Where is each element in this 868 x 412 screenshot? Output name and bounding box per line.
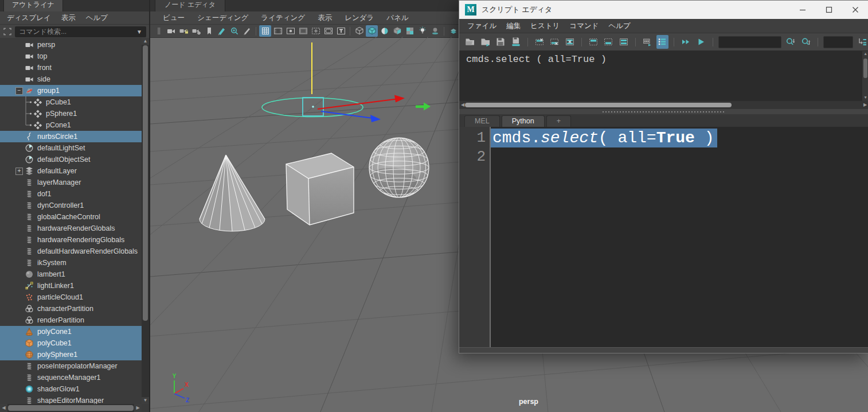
script-editor-menu-ファイル[interactable]: ファイル — [467, 21, 496, 31]
outliner-item-pSphere1[interactable]: pSphere1 — [0, 108, 142, 119]
tab-node-editor[interactable]: ノード エディタ — [155, 0, 225, 11]
script-editor-menu-編集[interactable]: 編集 — [506, 21, 521, 31]
echo-all-commands-icon[interactable] — [641, 35, 654, 49]
scroll-right-arrow[interactable]: ▶ — [134, 404, 142, 412]
tab-outliner[interactable]: アウトライナ — [3, 0, 63, 11]
outliner-item-hardwareRenderingGlobals[interactable]: hardwareRenderingGlobals — [0, 234, 142, 246]
outliner-item-particleCloud1[interactable]: particleCloud1 — [0, 291, 142, 303]
ambient-occlusion-icon[interactable] — [447, 25, 459, 37]
outliner-item-shaderGlow1[interactable]: shaderGlow1 — [0, 383, 142, 395]
grease-pencil-icon[interactable] — [241, 25, 253, 37]
lighting-icon[interactable] — [416, 25, 428, 37]
scroll-down-arrow[interactable]: ▼ — [142, 397, 149, 404]
execute-all-icon[interactable] — [695, 35, 707, 49]
viewport-menu-ビュー[interactable]: ビュー — [163, 13, 185, 23]
outliner-item-group1[interactable]: −group1 — [0, 85, 142, 96]
outliner-item-lambert1[interactable]: lambert1 — [0, 269, 142, 280]
outliner-item-globalCacheControl[interactable]: globalCacheControl — [0, 211, 142, 223]
history-horizontal-scrollbar[interactable]: ◀ ▶ — [459, 101, 868, 109]
select-camera-icon[interactable] — [165, 25, 177, 37]
execute-icon[interactable] — [679, 35, 692, 49]
gate-mask-icon[interactable] — [297, 25, 309, 37]
textured-icon[interactable] — [391, 25, 403, 37]
viewport-menu-シェーディング[interactable]: シェーディング — [197, 13, 248, 23]
outliner-item-defaultHardwareRenderGlobals[interactable]: defaultHardwareRenderGlobals — [0, 246, 142, 257]
save-script-icon[interactable] — [494, 35, 507, 49]
sphere-object[interactable] — [365, 138, 429, 197]
save-script-to-shelf-icon[interactable] — [510, 35, 522, 49]
script-editor-menu-コマンド[interactable]: コマンド — [569, 21, 599, 31]
safe-action-icon[interactable] — [322, 25, 334, 37]
viewport-menu-ライティング[interactable]: ライティング — [261, 13, 305, 23]
scrollbar-thumb[interactable] — [863, 59, 867, 78]
collapse-toggle[interactable]: − — [15, 87, 23, 95]
goto-line-icon[interactable] — [856, 35, 868, 49]
close-button[interactable] — [842, 1, 868, 19]
maximize-button[interactable] — [816, 1, 842, 19]
outliner-item-hardwareRenderGlobals[interactable]: hardwareRenderGlobals — [0, 223, 142, 234]
outliner-item-dof1[interactable]: dof1 — [0, 188, 142, 200]
shaded-icon[interactable] — [366, 25, 378, 37]
show-line-numbers-icon[interactable] — [656, 35, 669, 49]
search-next-icon[interactable] — [784, 35, 797, 49]
script-tab-python[interactable]: Python — [502, 115, 545, 127]
outliner-item-polySphere1[interactable]: polySphere1 — [0, 349, 142, 360]
safe-title-icon[interactable] — [335, 25, 347, 37]
window-bottom-edge[interactable] — [459, 347, 868, 353]
image-plane-icon[interactable] — [216, 25, 228, 37]
wireframe-icon[interactable] — [353, 25, 365, 37]
outliner-item-dynController1[interactable]: dynController1 — [0, 200, 142, 211]
pane-splitter[interactable] — [459, 109, 868, 114]
outliner-item-nurbsCircle1[interactable]: nurbsCircle1 — [0, 131, 142, 142]
minimize-button[interactable] — [789, 1, 816, 19]
pan-zoom-icon[interactable] — [228, 25, 240, 37]
field-chart-icon[interactable] — [310, 25, 322, 37]
viewport-menu-表示[interactable]: 表示 — [318, 13, 332, 23]
outliner-item-layerManager[interactable]: layerManager — [0, 177, 142, 188]
clear-history-icon[interactable] — [533, 35, 546, 49]
lock-camera-icon[interactable] — [178, 25, 190, 37]
outliner-horizontal-scrollbar[interactable]: ◀ ▶ — [0, 404, 142, 412]
scroll-down-arrow[interactable]: ▼ — [862, 95, 868, 101]
outliner-item-persp[interactable]: persp — [0, 39, 142, 50]
code-line-1[interactable]: cmds.select( all=True ) — [491, 129, 868, 147]
clear-all-icon[interactable] — [564, 35, 576, 49]
scroll-left-arrow[interactable]: ◀ — [0, 404, 7, 412]
outliner-item-defaultObjectSet[interactable]: defaultObjectSet — [0, 154, 142, 165]
expand-toggle[interactable]: + — [15, 168, 23, 175]
outliner-item-defaultLayer[interactable]: +defaultLayer — [0, 165, 142, 177]
resolution-gate-icon[interactable] — [284, 25, 296, 37]
selection-filter-icon[interactable] — [3, 27, 12, 36]
outliner-item-defaultLightSet[interactable]: defaultLightSet — [0, 142, 142, 154]
scrollbar-thumb[interactable] — [465, 103, 732, 107]
camera-attributes-icon[interactable] — [190, 25, 202, 37]
scroll-up-arrow[interactable]: ▲ — [862, 51, 868, 57]
use-default-material-icon[interactable] — [404, 25, 416, 37]
outliner-item-ikSystem[interactable]: ikSystem — [0, 257, 142, 269]
code-line-2[interactable] — [491, 147, 868, 166]
outliner-item-polyCube1[interactable]: polyCube1 — [0, 337, 142, 349]
outliner-item-shapeEditorManager[interactable]: shapeEditorManager — [0, 395, 142, 404]
viewport-menu-パネル[interactable]: パネル — [386, 13, 408, 23]
scrollbar-thumb[interactable] — [8, 405, 134, 411]
cone-object[interactable] — [200, 155, 265, 231]
outliner-menu-ディスプレイ[interactable]: ディスプレイ — [7, 13, 51, 23]
script-tab-mel[interactable]: MEL — [464, 115, 500, 127]
input-pane[interactable]: 12 cmds.select( all=True ) — [459, 127, 868, 347]
outliner-menu-ヘルプ[interactable]: ヘルプ — [86, 13, 108, 23]
viewport-menu-レンダラ[interactable]: レンダラ — [345, 13, 374, 23]
scrollbar-thumb[interactable] — [143, 45, 148, 321]
bookmark-icon[interactable] — [203, 25, 215, 37]
script-editor-menu-ヘルプ[interactable]: ヘルプ — [609, 21, 631, 31]
outliner-vertical-scrollbar[interactable]: ▲ ▼ — [142, 38, 149, 404]
grid-icon[interactable] — [259, 25, 271, 37]
outliner-item-lightLinker1[interactable]: lightLinker1 — [0, 280, 142, 291]
goto-line-field[interactable] — [823, 36, 854, 48]
cube-object[interactable] — [286, 153, 354, 225]
clear-input-icon[interactable] — [549, 35, 561, 49]
wireframe-on-shaded-icon[interactable] — [378, 25, 390, 37]
code-area[interactable]: cmds.select( all=True ) — [491, 127, 868, 347]
load-script-icon[interactable] — [464, 35, 476, 49]
layout-input-only-icon[interactable] — [603, 35, 615, 49]
history-vertical-scrollbar[interactable]: ▲ ▼ — [862, 51, 868, 101]
